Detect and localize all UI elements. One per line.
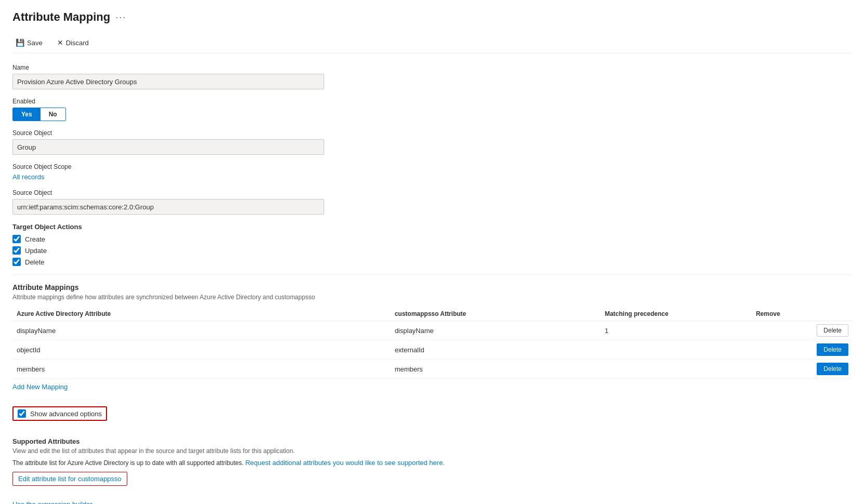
page-title: Attribute Mapping [12, 10, 110, 24]
attr-aad-cell: members [12, 360, 391, 379]
edit-attr-btn-label: Edit attribute list for customappsso [18, 475, 122, 483]
expr-builder-container: Use the expression builder [12, 500, 853, 504]
source-object-field-group: Source Object [12, 129, 853, 155]
source-object-scope-label: Source Object Scope [12, 163, 853, 170]
enabled-toggle-container: Yes No [12, 108, 853, 121]
supported-attrs-section: Supported Attributes View and edit the l… [12, 437, 853, 492]
update-checkbox-row: Update [12, 246, 853, 255]
toolbar: 💾 Save ✕ Discard [12, 32, 853, 54]
enabled-toggle[interactable]: Yes No [12, 108, 66, 121]
save-icon: 💾 [16, 38, 24, 47]
create-label: Create [25, 235, 45, 243]
request-additional-attrs-link[interactable]: Request additional attributes you would … [245, 459, 445, 467]
attr-aad-cell: objectId [12, 340, 391, 360]
name-field-group: Name [12, 64, 853, 89]
attr-remove-cell: Delete [752, 360, 853, 379]
attr-mappings-desc: Attribute mappings define how attributes… [12, 294, 853, 301]
name-label: Name [12, 64, 853, 71]
attr-table-header: Azure Active Directory Attribute customa… [12, 307, 853, 321]
supported-attrs-desc: View and edit the list of attributes tha… [12, 447, 853, 455]
source-object-input[interactable] [12, 139, 324, 155]
divider-1 [12, 274, 853, 275]
create-checkbox-row: Create [12, 235, 853, 243]
delete-row-button[interactable]: Delete [817, 324, 848, 337]
yes-toggle-button[interactable]: Yes [13, 108, 41, 121]
attr-custom-cell: externalId [391, 340, 601, 360]
attr-mappings-title: Attribute Mappings [12, 283, 853, 291]
enabled-field-group: Enabled Yes No [12, 98, 853, 121]
table-row: membersmembersDelete [12, 360, 853, 379]
col-header-match: Matching precedence [601, 307, 752, 321]
attr-matching-cell: 1 [601, 321, 752, 340]
attr-custom-cell: members [391, 360, 601, 379]
delete-row-button[interactable]: Delete [817, 363, 848, 375]
table-row: displayNamedisplayName1Delete [12, 321, 853, 340]
attr-table-header-row: Azure Active Directory Attribute customa… [12, 307, 853, 321]
discard-icon: ✕ [57, 38, 63, 47]
show-advanced-options-checkbox[interactable] [18, 409, 26, 418]
attr-matching-cell [601, 340, 752, 360]
source-object-scope-group: Source Object Scope All records [12, 163, 853, 181]
attr-remove-cell: Delete [752, 321, 853, 340]
delete-checkbox-row: Delete [12, 258, 853, 266]
add-new-mapping-link[interactable]: Add New Mapping [12, 383, 68, 391]
create-checkbox[interactable] [12, 235, 21, 243]
add-mapping-container: Add New Mapping [12, 383, 853, 398]
col-header-remove: Remove [752, 307, 853, 321]
delete-row-button[interactable]: Delete [817, 343, 848, 356]
attr-custom-cell: displayName [391, 321, 601, 340]
all-records-link[interactable]: All records [12, 173, 44, 181]
discard-button[interactable]: ✕ Discard [54, 36, 92, 49]
supported-attrs-note: The attribute list for Azure Active Dire… [12, 459, 853, 467]
attr-mappings-section: Attribute Mappings Attribute mappings de… [12, 283, 853, 398]
supported-attrs-title: Supported Attributes [12, 437, 853, 445]
target-object-label: Source Object [12, 189, 853, 196]
update-label: Update [25, 247, 47, 255]
advanced-options-wrapper: Show advanced options [12, 406, 853, 429]
attr-table-body: displayNamedisplayName1DeleteobjectIdext… [12, 321, 853, 379]
target-object-field-group: Source Object [12, 189, 853, 215]
attr-aad-cell: displayName [12, 321, 391, 340]
save-label: Save [27, 39, 43, 47]
edit-attribute-list-button[interactable]: Edit attribute list for customappsso [12, 472, 127, 486]
delete-label: Delete [25, 258, 45, 266]
name-input[interactable] [12, 74, 324, 89]
enabled-label: Enabled [12, 98, 853, 105]
delete-checkbox[interactable] [12, 258, 21, 266]
page-title-ellipsis: ··· [115, 12, 126, 23]
target-object-actions-group: Target Object Actions Create Update Dele… [12, 223, 853, 266]
save-button[interactable]: 💾 Save [12, 36, 46, 49]
show-advanced-options-text: Show advanced options [30, 410, 102, 418]
expression-builder-link[interactable]: Use the expression builder [12, 500, 92, 504]
target-object-input[interactable] [12, 199, 324, 215]
discard-label: Discard [66, 39, 89, 47]
no-toggle-button[interactable]: No [41, 108, 65, 121]
table-row: objectIdexternalIdDelete [12, 340, 853, 360]
attr-matching-cell [601, 360, 752, 379]
attr-mappings-table: Azure Active Directory Attribute customa… [12, 307, 853, 379]
source-object-label: Source Object [12, 129, 853, 137]
col-header-aad: Azure Active Directory Attribute [12, 307, 391, 321]
attr-remove-cell: Delete [752, 340, 853, 360]
update-checkbox[interactable] [12, 246, 21, 255]
page-title-container: Attribute Mapping ··· [12, 10, 853, 24]
show-advanced-options-label[interactable]: Show advanced options [12, 406, 107, 421]
target-object-actions-label: Target Object Actions [12, 223, 853, 231]
col-header-custom: customappsso Attribute [391, 307, 601, 321]
